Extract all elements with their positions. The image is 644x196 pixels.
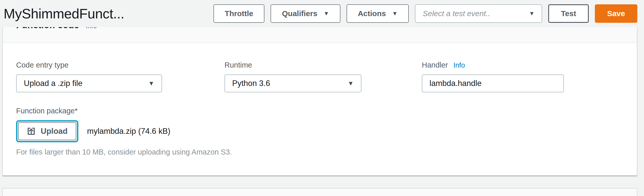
code-entry-type-field: Code entry type Upload a .zip file ▼ <box>16 61 162 92</box>
test-button[interactable]: Test <box>548 4 588 23</box>
section-title: Function code <box>16 27 79 31</box>
upload-button-focus-ring: Upload <box>16 120 78 142</box>
code-entry-type-dropdown[interactable]: Upload a .zip file ▼ <box>16 74 162 92</box>
chevron-down-icon: ▼ <box>529 10 535 17</box>
throttle-button-label: Throttle <box>225 9 253 18</box>
chevron-down-icon: ▼ <box>148 80 154 87</box>
handler-input[interactable] <box>422 74 564 92</box>
actions-button[interactable]: Actions ▼ <box>347 4 409 23</box>
handler-info-link[interactable]: Info <box>454 61 465 69</box>
throttle-button[interactable]: Throttle <box>213 4 265 23</box>
runtime-label-text: Runtime <box>224 61 252 69</box>
qualifiers-button-label: Qualifiers <box>282 9 317 18</box>
save-button[interactable]: Save <box>595 4 637 23</box>
function-package-section: Function package* Upload myla <box>16 107 624 156</box>
uploaded-file-info: mylambda.zip (74.6 kB) <box>87 127 170 136</box>
upload-icon <box>27 127 36 136</box>
function-code-info-link[interactable]: Info <box>86 27 97 30</box>
handler-field: Handler Info <box>422 61 564 92</box>
function-code-panel-body: Code entry type Upload a .zip file ▼ Run… <box>3 43 637 175</box>
test-event-select[interactable]: Select a test event.. ▼ <box>415 4 542 23</box>
chevron-down-icon: ▼ <box>348 80 354 87</box>
handler-label-text: Handler <box>422 61 448 69</box>
code-config-row: Code entry type Upload a .zip file ▼ Run… <box>16 61 624 92</box>
function-code-panel: Function code Info Code entry type Uploa… <box>2 27 637 176</box>
function-header-bar: MyShimmedFunct... Throttle Qualifiers ▼ … <box>0 0 644 27</box>
runtime-dropdown[interactable]: Python 3.6 ▼ <box>224 74 361 92</box>
upload-row: Upload mylambda.zip (74.6 kB) <box>16 120 624 142</box>
code-entry-type-label-text: Code entry type <box>16 61 69 69</box>
qualifiers-button[interactable]: Qualifiers ▼ <box>271 4 340 23</box>
main-content: Function code Info Code entry type Uploa… <box>2 27 637 188</box>
function-package-label: Function package* <box>16 107 624 115</box>
upload-button-label: Upload <box>41 127 68 136</box>
function-code-heading-row: Function code Info <box>16 27 637 31</box>
test-event-select-placeholder: Select a test event.. <box>423 9 490 18</box>
function-code-panel-header: Function code Info <box>3 27 637 43</box>
runtime-field: Runtime Python 3.6 ▼ <box>224 61 361 92</box>
code-entry-type-label: Code entry type <box>16 61 162 69</box>
actions-button-label: Actions <box>358 9 386 18</box>
test-button-label: Test <box>561 9 576 18</box>
chevron-down-icon: ▼ <box>392 10 398 17</box>
panel-gap <box>2 176 637 188</box>
save-button-label: Save <box>607 9 625 18</box>
upload-button[interactable]: Upload <box>18 122 76 140</box>
handler-label: Handler Info <box>422 61 564 69</box>
runtime-label: Runtime <box>224 61 361 69</box>
function-package-label-text: Function package* <box>16 107 78 115</box>
runtime-value: Python 3.6 <box>232 79 270 88</box>
chevron-down-icon: ▼ <box>324 10 329 17</box>
page-title: MyShimmedFunct... <box>4 6 213 21</box>
code-entry-type-value: Upload a .zip file <box>24 79 82 88</box>
upload-helper-text: For files larger than 10 MB, consider up… <box>16 148 624 156</box>
next-panel-top-edge <box>2 188 637 196</box>
header-actions: Throttle Qualifiers ▼ Actions ▼ Select a… <box>213 4 637 23</box>
